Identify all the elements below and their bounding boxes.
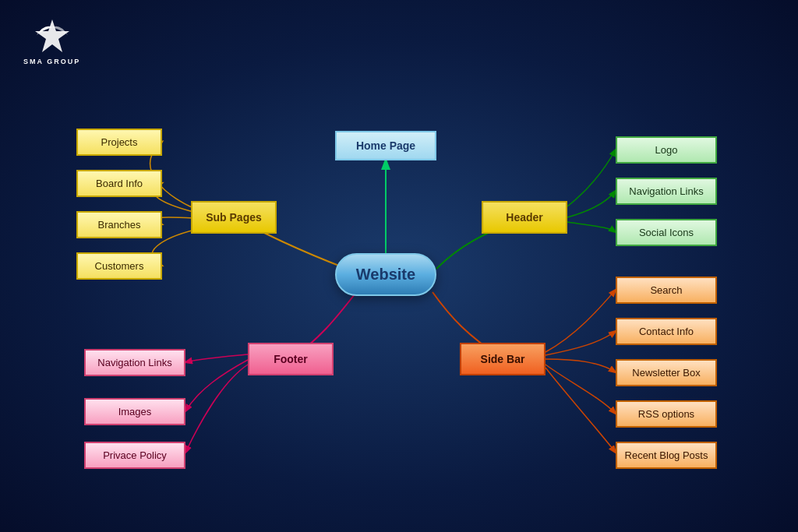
- node-recentblogposts: Recent Blog Posts: [616, 442, 717, 469]
- node-socialicons: Social Icons: [616, 219, 717, 246]
- node-header: Header: [482, 201, 567, 234]
- node-sidebar: Side Bar: [460, 343, 546, 375]
- logo-text: SMA GROUP: [23, 58, 80, 65]
- node-logo: Logo: [616, 136, 717, 164]
- node-images: Images: [84, 398, 185, 425]
- node-rssoptions: RSS options: [616, 400, 717, 428]
- logo-icon: [33, 16, 72, 55]
- node-privacypolicy: Privace Policy: [84, 442, 185, 469]
- node-website: Website: [335, 253, 436, 296]
- node-search: Search: [616, 277, 717, 304]
- node-newsletterbox: Newsletter Box: [616, 359, 717, 386]
- node-boardinfo: Board Info: [76, 170, 162, 197]
- node-branches: Branches: [76, 211, 162, 238]
- node-subpages: Sub Pages: [191, 201, 277, 234]
- node-customers: Customers: [76, 252, 162, 280]
- node-navlinks-footer: Navigation Links: [84, 349, 185, 376]
- node-homepage: Home Page: [335, 131, 436, 160]
- logo-area: SMA GROUP: [23, 16, 80, 65]
- node-contactinfo: Contact Info: [616, 318, 717, 345]
- svg-marker-0: [35, 19, 69, 52]
- node-projects: Projects: [76, 129, 162, 156]
- node-navlinks-header: Navigation Links: [616, 178, 717, 205]
- node-footer: Footer: [248, 343, 334, 375]
